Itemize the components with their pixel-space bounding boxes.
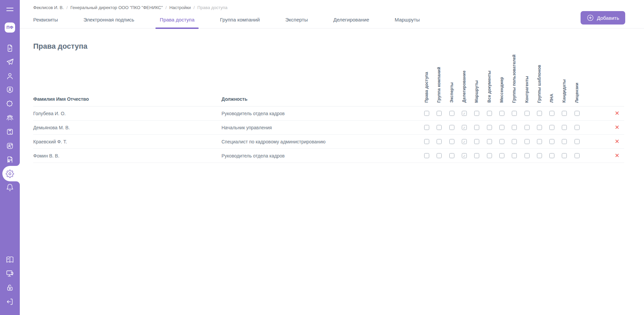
permission-checkbox-3[interactable]: ✓ (449, 111, 454, 116)
permission-checkbox-4[interactable]: ✓ (462, 111, 467, 116)
archive-icon[interactable] (0, 128, 20, 136)
column-header-permission: Группы пользователей (508, 54, 521, 106)
tab-experts[interactable]: Эксперты (281, 14, 312, 28)
employee-name: Голубева И. О. (33, 111, 221, 116)
permission-column-label: Лицензии (575, 83, 580, 103)
breadcrumb-item[interactable]: Генеральный директор ООО "ПКО "ФЕНИКС" (70, 5, 163, 10)
menu-icon[interactable] (0, 5, 20, 13)
tab-access-rights[interactable]: Права доступа (155, 14, 199, 28)
tab-routes[interactable]: Маршруты (390, 14, 424, 28)
tab-e-signature[interactable]: Электронная подпись (79, 14, 139, 28)
permission-checkbox-11[interactable]: ✓ (549, 139, 554, 144)
permission-checkbox-1[interactable]: ✓ (424, 125, 429, 130)
breadcrumb-item[interactable]: Настройки (169, 5, 191, 10)
permission-checkbox-6[interactable]: ✓ (487, 125, 492, 130)
breadcrumb-item[interactable]: Феклисов И. В. (33, 5, 64, 10)
permission-checkbox-3[interactable]: ✓ (449, 139, 454, 144)
permission-checkbox-12[interactable]: ✓ (562, 139, 567, 144)
permission-checkbox-6[interactable]: ✓ (487, 139, 492, 144)
permission-checkbox-10[interactable]: ✓ (537, 139, 542, 144)
permission-checkbox-6[interactable]: ✓ (487, 153, 492, 158)
permission-checkbox-12[interactable]: ✓ (562, 153, 567, 158)
permission-checkbox-13[interactable]: ✓ (575, 139, 580, 144)
permission-checkbox-6[interactable]: ✓ (487, 111, 492, 116)
tab-company-group[interactable]: Группа компаний (215, 14, 264, 28)
permission-cell: ✓ (546, 153, 558, 158)
permission-cell: ✓ (420, 125, 433, 130)
permission-checkbox-11[interactable]: ✓ (549, 153, 554, 158)
permission-cell: ✓ (446, 125, 458, 130)
sidebar: ПФ (0, 0, 20, 315)
permission-cell: ✓ (571, 111, 583, 116)
permission-checkbox-10[interactable]: ✓ (537, 153, 542, 158)
integrations-icon[interactable] (0, 99, 20, 108)
permission-checkbox-9[interactable]: ✓ (525, 125, 530, 130)
permission-checkbox-13[interactable]: ✓ (575, 125, 580, 130)
settings-icon[interactable] (0, 169, 20, 178)
permission-checkbox-9[interactable]: ✓ (525, 111, 530, 116)
permission-checkbox-8[interactable]: ✓ (512, 139, 517, 144)
app-logo[interactable]: ПФ (5, 22, 15, 33)
logout-icon[interactable] (0, 297, 20, 306)
permission-cell: ✓ (458, 139, 470, 144)
permission-checkbox-7[interactable]: ✓ (499, 139, 504, 144)
permission-checkbox-7[interactable]: ✓ (499, 125, 504, 130)
permission-cell: ✓ (483, 111, 495, 116)
delete-row-icon[interactable]: ✕ (615, 125, 620, 130)
permission-checkbox-7[interactable]: ✓ (499, 111, 504, 116)
permission-checkbox-7[interactable]: ✓ (499, 153, 504, 158)
support-icon[interactable] (0, 269, 20, 278)
permission-cell: ✓ (470, 111, 483, 116)
permission-checkbox-5[interactable]: ✓ (474, 139, 479, 144)
permission-checkbox-4[interactable]: ✓ (462, 153, 467, 158)
permission-checkbox-3[interactable]: ✓ (449, 125, 454, 130)
permission-checkbox-5[interactable]: ✓ (474, 153, 479, 158)
contact-card-icon[interactable] (0, 86, 20, 94)
permission-checkbox-10[interactable]: ✓ (537, 111, 542, 116)
permission-checkbox-1[interactable]: ✓ (424, 111, 429, 116)
permission-column-label: Права доступа (424, 72, 429, 103)
security-icon[interactable] (0, 283, 20, 292)
permission-checkbox-8[interactable]: ✓ (512, 153, 517, 158)
permission-checkbox-3[interactable]: ✓ (449, 153, 454, 158)
permission-checkbox-13[interactable]: ✓ (575, 153, 580, 158)
permission-checkbox-4[interactable]: ✓ (462, 139, 467, 144)
knowledge-base-icon[interactable] (0, 255, 20, 264)
permission-checkbox-2[interactable]: ✓ (437, 139, 442, 144)
tab-requisites[interactable]: Реквизиты (29, 14, 62, 28)
permission-checkbox-13[interactable]: ✓ (575, 111, 580, 116)
permission-checkbox-8[interactable]: ✓ (512, 111, 517, 116)
permission-cell: ✓ (521, 139, 533, 144)
tab-delegation[interactable]: Делегирование (329, 14, 374, 28)
permission-checkbox-5[interactable]: ✓ (474, 125, 479, 130)
send-icon[interactable] (0, 58, 20, 66)
delete-row-icon[interactable]: ✕ (615, 110, 620, 116)
permission-checkbox-11[interactable]: ✓ (549, 125, 554, 130)
permission-checkbox-12[interactable]: ✓ (562, 111, 567, 116)
permission-checkbox-8[interactable]: ✓ (512, 125, 517, 130)
employee-position: Руководитель отдела кадров (221, 153, 420, 159)
permission-cell: ✓ (496, 139, 508, 144)
permission-checkbox-1[interactable]: ✓ (424, 139, 429, 144)
permission-checkbox-9[interactable]: ✓ (525, 153, 530, 158)
permission-checkbox-1[interactable]: ✓ (424, 153, 429, 158)
permission-checkbox-9[interactable]: ✓ (525, 139, 530, 144)
add-button[interactable]: Добавить (581, 11, 625, 25)
permission-checkbox-5[interactable]: ✓ (474, 111, 479, 116)
column-header-permission: Эксперты (446, 82, 458, 106)
profile-icon[interactable] (0, 72, 20, 80)
main-content: Феклисов И. В./Генеральный директор ООО … (20, 0, 644, 315)
permission-checkbox-4[interactable]: ✓ (462, 125, 467, 130)
documents-icon[interactable] (0, 44, 20, 52)
permission-checkbox-2[interactable]: ✓ (437, 125, 442, 130)
row-actions: ✕ (583, 110, 624, 116)
delete-row-icon[interactable]: ✕ (615, 153, 620, 159)
permission-checkbox-2[interactable]: ✓ (437, 153, 442, 158)
permission-checkbox-2[interactable]: ✓ (437, 111, 442, 116)
add-user-icon[interactable] (0, 141, 20, 150)
team-icon[interactable] (0, 114, 20, 122)
delete-row-icon[interactable]: ✕ (615, 139, 620, 144)
permission-checkbox-11[interactable]: ✓ (549, 111, 554, 116)
permission-checkbox-12[interactable]: ✓ (562, 125, 567, 130)
permission-checkbox-10[interactable]: ✓ (537, 125, 542, 130)
